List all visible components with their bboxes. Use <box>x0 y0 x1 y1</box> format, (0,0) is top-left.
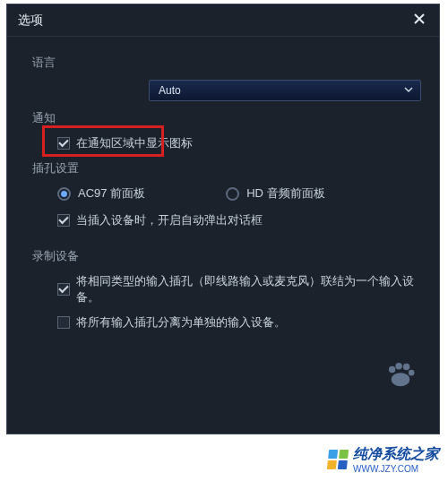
watermark: 纯净系统之家 WWW.JZY.COM <box>328 445 439 474</box>
hd-audio-radio <box>226 187 239 201</box>
hd-audio-radio-option[interactable]: HD 音频前面板 <box>226 185 324 202</box>
close-icon <box>413 13 426 28</box>
svg-point-4 <box>409 370 415 376</box>
language-dropdown-value: Auto <box>159 84 181 97</box>
combine-inputs-checkbox[interactable] <box>57 283 70 296</box>
split-inputs-checkbox[interactable] <box>57 316 70 329</box>
auto-popup-label: 当插入设备时，开启自动弹出对话框 <box>76 212 263 228</box>
svg-point-2 <box>395 363 402 370</box>
watermark-url: WWW.JZY.COM <box>353 464 439 474</box>
language-dropdown[interactable]: Auto <box>149 80 421 101</box>
section-language-label: 语言 <box>32 55 421 71</box>
hd-audio-label: HD 音频前面板 <box>246 185 324 202</box>
ac97-radio-option[interactable]: AC97 前面板 <box>57 185 145 202</box>
tray-icon-label: 在通知区域中显示图标 <box>76 135 193 151</box>
window-title: 选项 <box>18 13 43 29</box>
section-jack-label: 插孔设置 <box>32 160 421 176</box>
auto-popup-checkbox[interactable] <box>57 214 70 227</box>
close-button[interactable] <box>410 12 428 30</box>
combine-inputs-label: 将相同类型的输入插孔（即线路输入或麦克风）联结为一个输入设备。 <box>76 273 421 305</box>
svg-point-0 <box>392 373 410 386</box>
paw-icon <box>383 361 418 391</box>
svg-point-1 <box>389 366 396 374</box>
watermark-text: 纯净系统之家 <box>353 445 439 464</box>
ac97-label: AC97 前面板 <box>78 185 145 202</box>
svg-point-3 <box>403 364 410 371</box>
watermark-logo-icon <box>327 450 349 469</box>
chevron-down-icon <box>404 84 413 97</box>
section-recording-label: 录制设备 <box>32 248 421 264</box>
dialog-content: 语言 Auto 通知 在通知区域中显示图标 插孔设置 AC97 前面板 HD 音… <box>7 37 439 350</box>
options-dialog: 选项 语言 Auto 通知 在通知区域中显示图标 插孔设置 AC <box>6 4 440 434</box>
titlebar: 选项 <box>7 4 439 37</box>
tray-icon-checkbox[interactable] <box>57 137 70 150</box>
split-inputs-label: 将所有输入插孔分离为单独的输入设备。 <box>76 314 286 331</box>
ac97-radio <box>57 187 71 201</box>
section-notification-label: 通知 <box>32 110 421 126</box>
